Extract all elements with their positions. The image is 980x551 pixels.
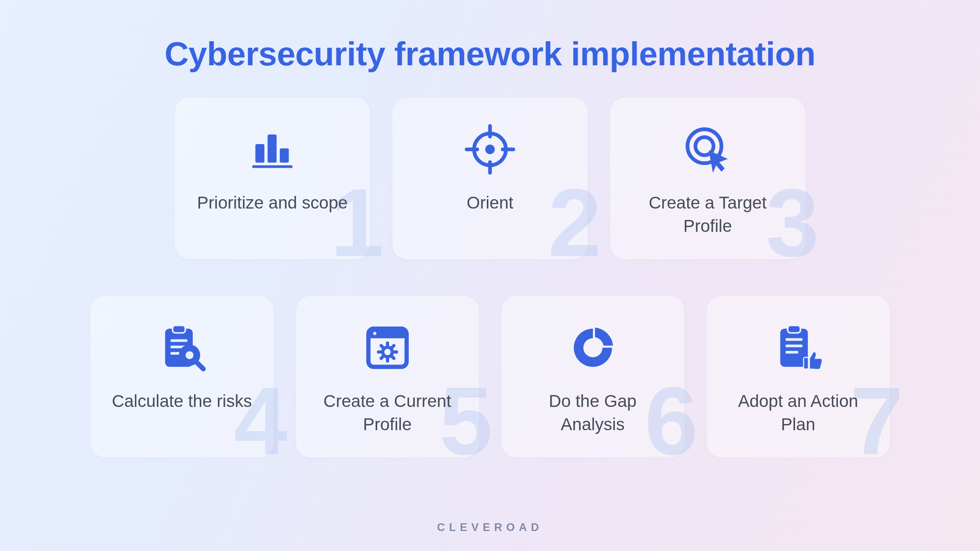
- svg-rect-0: [255, 144, 264, 163]
- bar-chart-icon: [246, 123, 299, 176]
- svg-rect-38: [785, 351, 798, 354]
- step-label: Create a Target Profile: [622, 191, 793, 238]
- step-card-2: 2 Orient: [392, 98, 588, 259]
- svg-rect-14: [170, 339, 187, 342]
- target-click-icon: [681, 123, 734, 176]
- svg-point-24: [373, 332, 376, 335]
- step-number: 1: [330, 175, 380, 271]
- svg-rect-1: [267, 135, 276, 163]
- svg-rect-3: [252, 165, 293, 168]
- svg-rect-39: [804, 357, 808, 369]
- donut-chart-icon: [566, 321, 619, 374]
- crosshair-icon: [463, 123, 517, 176]
- step-label: Prioritize and scope: [193, 191, 352, 215]
- step-card-1: 1 Prioritize and scope: [175, 98, 370, 259]
- window-gear-icon: [361, 321, 414, 374]
- svg-rect-37: [785, 344, 802, 347]
- step-card-6: 6 Do the Gap Analysis: [501, 296, 684, 458]
- step-label: Orient: [463, 191, 517, 215]
- step-label: Adopt an Action Plan: [719, 390, 878, 436]
- step-card-7: 7 Adopt an Action Plan: [707, 296, 890, 458]
- svg-line-20: [195, 361, 203, 369]
- step-number: 4: [234, 373, 283, 469]
- svg-line-32: [381, 356, 383, 358]
- clipboard-thumbs-icon: [772, 321, 825, 374]
- page-title: Cybersecurity framework implementation: [165, 35, 815, 73]
- svg-rect-36: [785, 338, 802, 341]
- svg-line-30: [381, 346, 383, 348]
- diagram-canvas: Cybersecurity framework implementation 1…: [0, 0, 980, 551]
- step-label: Do the Gap Analysis: [514, 390, 672, 436]
- svg-line-31: [392, 356, 394, 358]
- step-label: Calculate the risks: [108, 390, 256, 413]
- step-card-5: 5: [296, 296, 479, 458]
- svg-point-5: [485, 144, 494, 154]
- svg-rect-2: [280, 148, 289, 162]
- svg-rect-35: [788, 325, 800, 333]
- svg-line-33: [392, 346, 394, 348]
- footer-brand: CLEVEROAD: [0, 521, 980, 534]
- clipboard-search-icon: [156, 321, 209, 374]
- steps-container: 1 Prioritize and scope 2: [41, 98, 939, 458]
- svg-rect-13: [172, 325, 185, 333]
- step-card-4: 4 Calculate the risks: [91, 296, 274, 458]
- row-bottom: 4 Calculate the risks: [41, 296, 939, 458]
- step-number: 2: [548, 175, 597, 271]
- step-label: Create a Current Profile: [308, 390, 467, 436]
- row-top: 1 Prioritize and scope 2: [41, 98, 939, 259]
- step-card-3: 3 Create a Target Profile: [610, 98, 805, 259]
